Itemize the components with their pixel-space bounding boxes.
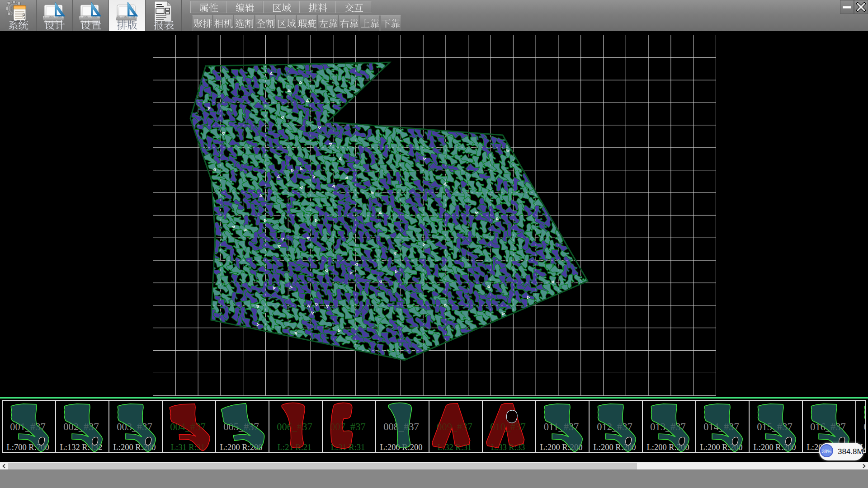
svg-text:001_#37: 001_#37 [10,421,45,432]
svg-text:L:200 R:200: L:200 R:200 [647,443,689,452]
svg-text:011_#37: 011_#37 [544,421,579,432]
svg-text:L:200 R:200: L:200 R:200 [700,443,743,452]
svg-text:010_#37: 010_#37 [490,421,525,432]
svg-text:L:31 R:31: L:31 R:31 [171,443,205,452]
svg-text:L:21 R:21: L:21 R:21 [278,443,312,452]
svg-text:006_#37: 006_#37 [277,421,312,432]
svg-text:005_#37: 005_#37 [223,421,259,432]
svg-text:L:700 R:700: L:700 R:700 [7,443,49,452]
svg-text:017_#37: 017_#37 [863,421,866,432]
svg-text:007_#37: 007_#37 [330,421,365,432]
svg-text:002_#37: 002_#37 [63,421,99,432]
svg-text:L:132 R:132: L:132 R:132 [60,443,103,452]
svg-text:012_#37: 012_#37 [597,421,632,432]
svg-text:015_#37: 015_#37 [757,421,792,432]
svg-text:003_#37: 003_#37 [117,421,152,432]
svg-text:004_#37: 004_#37 [170,421,205,432]
svg-text:L:200 R:200: L:200 R:200 [594,443,636,452]
svg-text:014_#37: 014_#37 [703,421,739,432]
svg-text:L:31 R:31: L:31 R:31 [331,443,365,452]
svg-text:016_#37: 016_#37 [810,421,845,432]
svg-text:L:200 R:200: L:200 R:200 [220,443,263,452]
svg-text:L:33 R:33: L:33 R:33 [491,443,525,452]
svg-text:L:200 R:200: L:200 R:200 [113,443,156,452]
svg-text:008_#37: 008_#37 [383,421,419,432]
svg-text:009_#37: 009_#37 [437,421,472,432]
svg-text:L:200 R:200: L:200 R:200 [540,443,583,452]
svg-text:L:200 R:200: L:200 R:200 [380,443,423,452]
svg-text:L:200 R:200: L:200 R:200 [754,443,796,452]
svg-text:013_#37: 013_#37 [650,421,685,432]
svg-text:L:32 R:31: L:32 R:31 [438,443,472,452]
